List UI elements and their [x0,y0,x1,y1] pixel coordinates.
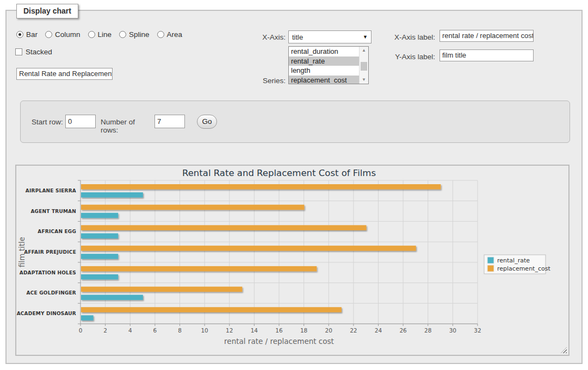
bar-rental_rate-airplane-sierra[interactable] [81,192,143,198]
x-tick-label: 22 [350,327,357,334]
x-tick-label: 16 [275,327,283,334]
fieldset-legend-title: Display chart [16,4,78,18]
radio-label: Column [55,30,81,39]
y-axis-label-input[interactable]: film title [440,49,534,61]
chart-panel: AIRPLANE SIERRAAGENT TRUMANAFRICAN EGGAF… [15,165,570,356]
radio-label: Area [167,30,183,39]
bar-replacement_cost-african-egg[interactable] [81,225,366,230]
start-row-input[interactable]: 0 [65,115,96,128]
bar-rental_rate-adaptation-holes[interactable] [81,274,118,280]
scroll-up-icon[interactable]: ▲ [360,47,368,54]
category-label: AIRPLANE SIERRA [26,188,76,193]
series-scrollbar[interactable]: ▲ ▼ [359,47,368,84]
y-axis-label-field-label: Y-Axis label: [381,53,435,61]
bar-rental_rate-ace-goldfinger[interactable] [81,295,143,300]
legend-swatch-replacement_cost[interactable] [487,265,494,272]
number-of-rows-label: Number of rows: [101,118,152,134]
bar-rental_rate-african-egg[interactable] [81,233,118,239]
category-label: AFRICAN EGG [38,229,76,234]
x-tick-label: 28 [424,327,431,334]
legend-swatch-rental_rate[interactable] [487,257,494,264]
x-axis-label-input[interactable]: rental rate / replacement cost [440,30,534,42]
radio-label: Spline [129,30,150,39]
x-tick-label: 8 [178,327,182,334]
series-option-rental_rate[interactable]: rental_rate [289,57,359,66]
chart-type-option-area[interactable]: Area [157,30,183,39]
chart-type-option-column[interactable]: Column [45,30,81,39]
category-label: AFFAIR PREJUDICE [24,249,76,255]
series-option-length[interactable]: length [289,66,359,76]
stacked-checkbox[interactable] [15,48,22,55]
series-list-label: Series: [231,77,286,85]
x-axis-select-value: title [292,33,303,41]
x-tick-label: 0 [79,327,83,334]
radio-icon[interactable] [157,31,164,38]
bar-replacement_cost-academy-dinosaur[interactable] [81,307,342,312]
legend-label-rental_rate[interactable]: rental_rate [497,257,530,264]
x-axis-select[interactable]: title ▼ [288,30,372,43]
stacked-checkbox-row[interactable]: Stacked [15,48,52,56]
chart-type-radio-group: BarColumnLineSplineArea [16,30,182,39]
bar-rental_rate-agent-truman[interactable] [81,213,118,218]
bar-chart: AIRPLANE SIERRAAGENT TRUMANAFRICAN EGGAF… [16,166,568,355]
series-options: rental_durationrental_ratelengthreplacem… [289,47,359,84]
x-tick-label: 4 [128,327,132,334]
x-tick-label: 10 [201,327,208,334]
chart-type-option-spline[interactable]: Spline [119,30,150,39]
x-tick-label: 18 [300,327,307,334]
series-option-replacement_cost[interactable]: replacement_cost [289,76,359,84]
radio-label: Bar [26,30,38,39]
chart-title: Rental Rate and Replacement Cost of Film… [182,168,376,178]
bar-replacement_cost-affair-prejudice[interactable] [81,246,416,251]
radio-icon[interactable] [119,31,126,38]
x-axis-label-field-label: X-Axis label: [381,33,435,41]
category-label: AGENT TRUMAN [30,209,76,214]
stacked-label: Stacked [26,48,52,56]
x-tick-label: 24 [375,327,382,334]
category-label: ACE GOLDFINGER [27,290,76,296]
chart-type-option-line[interactable]: Line [88,30,112,39]
bar-rental_rate-academy-dinosaur[interactable] [81,315,94,321]
radio-label: Line [98,30,112,39]
category-label: ACADEMY DINOSAUR [17,311,76,316]
legend-label-replacement_cost[interactable]: replacement_cost [497,265,550,272]
bar-replacement_cost-adaptation-holes[interactable] [81,266,317,272]
x-tick-label: 12 [226,327,233,334]
radio-icon[interactable] [16,31,23,38]
go-button[interactable]: Go [197,115,217,129]
x-tick-label: 2 [103,327,107,334]
bar-replacement_cost-ace-goldfinger[interactable] [81,287,242,292]
chart-title-input[interactable]: Rental Rate and Replacement Cost of Film… [16,68,113,80]
y-axis-title: film title [17,237,26,267]
number-of-rows-input[interactable]: 7 [154,115,185,128]
x-axis-select-label: X-Axis: [231,33,286,41]
x-axis-title: rental rate / replacement cost [224,337,334,346]
series-option-rental_duration[interactable]: rental_duration [289,47,359,57]
x-tick-label: 20 [325,327,332,334]
bar-rental_rate-affair-prejudice[interactable] [81,254,118,259]
category-label: ADAPTATION HOLES [20,270,76,275]
x-tick-label: 14 [251,327,258,334]
start-row-label: Start row: [32,118,64,126]
chart-legend: rental_ratereplacement_cost [484,255,550,274]
radio-icon[interactable] [88,31,95,38]
x-tick-label: 26 [399,327,407,334]
scroll-down-icon[interactable]: ▼ [360,76,368,84]
scrollbar-thumb[interactable] [361,62,367,71]
radio-icon[interactable] [45,31,52,38]
series-multiselect[interactable]: rental_durationrental_ratelengthreplacem… [288,46,369,84]
bar-replacement_cost-agent-truman[interactable] [81,205,304,210]
x-tick-label: 6 [153,327,157,334]
x-tick-label: 32 [474,327,481,334]
chart-type-option-bar[interactable]: Bar [16,30,38,39]
chevron-down-icon: ▼ [363,34,368,40]
x-tick-label: 30 [449,327,456,334]
bar-replacement_cost-airplane-sierra[interactable] [81,184,441,190]
